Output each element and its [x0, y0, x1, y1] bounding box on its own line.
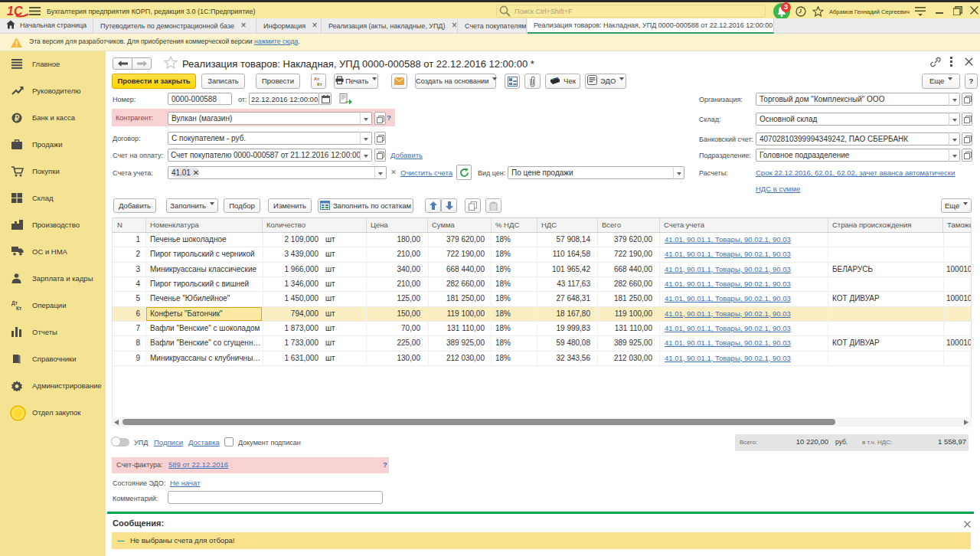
svg-text:Кт: Кт	[16, 306, 21, 311]
svg-text:Ат: Ат	[314, 77, 319, 81]
svg-text:₽: ₽	[15, 114, 20, 123]
svg-text:Кт: Кт	[317, 82, 322, 87]
